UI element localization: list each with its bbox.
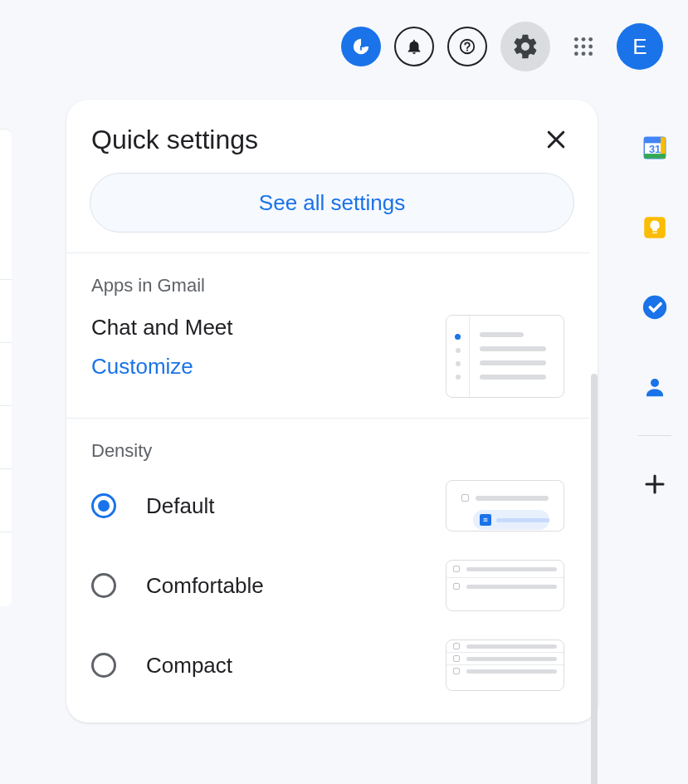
gemini-icon[interactable] (341, 27, 381, 66)
see-all-settings-label: See all settings (259, 190, 405, 216)
panel-title: Quick settings (91, 125, 258, 155)
density-section: Density Default Comfortable (66, 418, 589, 714)
radio-label: Default (146, 493, 214, 519)
section-label: Density (91, 440, 564, 462)
chat-and-meet-label: Chat and Meet (91, 315, 233, 341)
radio-label: Compact (146, 653, 232, 679)
see-all-settings-button[interactable]: See all settings (90, 173, 574, 233)
section-label: Apps in Gmail (91, 275, 564, 296)
density-preview-compact (446, 639, 564, 691)
mail-list-edge (0, 129, 12, 606)
scrollbar[interactable] (591, 374, 598, 784)
svg-point-19 (651, 379, 659, 387)
close-button[interactable] (539, 123, 573, 156)
settings-icon[interactable] (500, 22, 550, 71)
apps-in-gmail-section: Apps in Gmail Chat and Meet Customize (66, 252, 589, 418)
density-option-default[interactable]: Default (91, 480, 564, 532)
svg-point-7 (588, 45, 593, 49)
help-icon[interactable] (447, 27, 487, 66)
density-option-compact[interactable]: Compact (91, 639, 564, 691)
density-preview-default (446, 480, 564, 532)
svg-point-3 (582, 37, 586, 42)
svg-point-8 (574, 51, 578, 56)
svg-point-2 (574, 37, 578, 42)
keep-app-icon[interactable] (640, 213, 670, 243)
avatar-letter: E (632, 34, 647, 60)
radio-label: Comfortable (146, 573, 264, 599)
radio-icon (91, 653, 116, 678)
apps-preview-thumbnail[interactable] (446, 315, 564, 398)
customize-link[interactable]: Customize (91, 354, 233, 380)
side-panel: 31 (622, 116, 688, 784)
quick-settings-panel: Quick settings See all settings Apps in … (66, 100, 598, 723)
calendar-app-icon[interactable]: 31 (640, 133, 670, 163)
svg-point-4 (588, 37, 593, 42)
contacts-app-icon[interactable] (640, 372, 670, 402)
radio-icon (91, 493, 116, 518)
svg-point-10 (588, 51, 593, 56)
svg-rect-1 (360, 46, 365, 47)
svg-text:31: 31 (649, 143, 661, 155)
tasks-app-icon[interactable] (640, 292, 670, 322)
svg-point-9 (582, 51, 586, 56)
account-avatar[interactable]: E (617, 23, 663, 70)
notifications-icon[interactable] (394, 27, 434, 66)
svg-point-5 (574, 45, 578, 49)
add-app-icon[interactable] (640, 469, 670, 499)
google-apps-icon[interactable] (564, 27, 603, 66)
density-option-comfortable[interactable]: Comfortable (91, 560, 564, 611)
radio-icon (91, 573, 116, 598)
svg-point-18 (643, 296, 666, 319)
svg-point-6 (582, 45, 586, 49)
top-header: E (0, 0, 688, 93)
density-preview-comfortable (446, 560, 564, 611)
side-panel-divider (638, 435, 671, 436)
